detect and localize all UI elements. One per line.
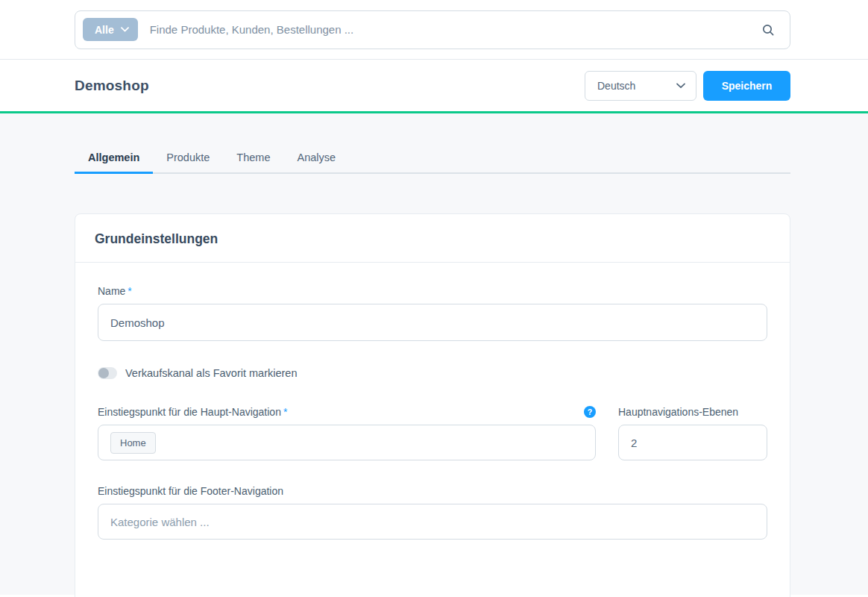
main-nav-select[interactable]: Home <box>98 425 596 460</box>
main-nav-label-row: Einstiegspunkt für die Haupt-Navigation*… <box>98 406 596 418</box>
name-field-group: Name* <box>98 285 767 341</box>
tab-allgemein[interactable]: Allgemein <box>75 148 153 174</box>
tab-produkte[interactable]: Produkte <box>153 148 223 174</box>
search-icon[interactable] <box>761 23 775 37</box>
toggle-knob <box>98 368 109 378</box>
favorite-toggle[interactable] <box>98 367 117 379</box>
name-label-text: Name <box>98 285 125 297</box>
content-area: Allgemein Produkte Theme Analyse Grundei… <box>0 113 868 595</box>
language-select[interactable]: Deutsch <box>585 71 696 101</box>
page-title: Demoshop <box>75 78 149 94</box>
name-input[interactable] <box>98 304 767 341</box>
chevron-down-icon <box>676 83 685 89</box>
main-nav-label-text: Einstiegspunkt für die Haupt-Navigation <box>98 406 281 418</box>
nav-levels-label: Hauptnavigations-Ebenen <box>618 406 767 418</box>
footer-nav-label: Einstiegspunkt für die Footer-Navigation <box>98 485 767 497</box>
favorite-toggle-row: Verkaufskanal als Favorit markieren <box>98 367 767 379</box>
required-asterisk: * <box>128 285 131 297</box>
tab-theme[interactable]: Theme <box>223 148 283 174</box>
page-header: Demoshop Deutsch Speichern <box>0 60 868 113</box>
search-filter-button[interactable]: Alle <box>83 18 138 41</box>
card-title: Grundeinstellungen <box>95 231 767 247</box>
navigation-row: Einstiegspunkt für die Haupt-Navigation*… <box>98 406 767 460</box>
save-button[interactable]: Speichern <box>703 71 790 101</box>
settings-card: Grundeinstellungen Name* Verkaufskanal a… <box>75 213 790 597</box>
nav-levels-input[interactable] <box>618 425 767 460</box>
card-header: Grundeinstellungen <box>75 214 790 263</box>
required-asterisk: * <box>283 406 287 418</box>
main-nav-label: Einstiegspunkt für die Haupt-Navigation* <box>98 406 287 418</box>
help-icon[interactable]: ? <box>584 406 596 418</box>
favorite-toggle-label: Verkaufskanal als Favorit markieren <box>125 367 298 379</box>
chevron-down-icon <box>121 27 129 32</box>
footer-nav-input[interactable] <box>98 504 767 540</box>
search-filter-label: Alle <box>95 24 114 36</box>
header-actions: Deutsch Speichern <box>585 71 790 101</box>
tab-analyse[interactable]: Analyse <box>283 148 349 174</box>
footer-nav-field-group: Einstiegspunkt für die Footer-Navigation <box>98 485 767 540</box>
name-label: Name* <box>98 285 767 297</box>
nav-levels-field-group: Hauptnavigations-Ebenen <box>618 406 767 460</box>
language-select-value: Deutsch <box>597 80 635 92</box>
card-body: Name* Verkaufskanal als Favorit markiere… <box>75 263 790 562</box>
main-nav-field-group: Einstiegspunkt für die Haupt-Navigation*… <box>98 406 596 460</box>
category-chip[interactable]: Home <box>110 432 156 454</box>
topbar: Alle <box>0 0 868 60</box>
tab-bar: Allgemein Produkte Theme Analyse <box>75 148 790 174</box>
global-search-bar[interactable]: Alle <box>75 10 790 49</box>
search-input[interactable] <box>138 23 761 36</box>
